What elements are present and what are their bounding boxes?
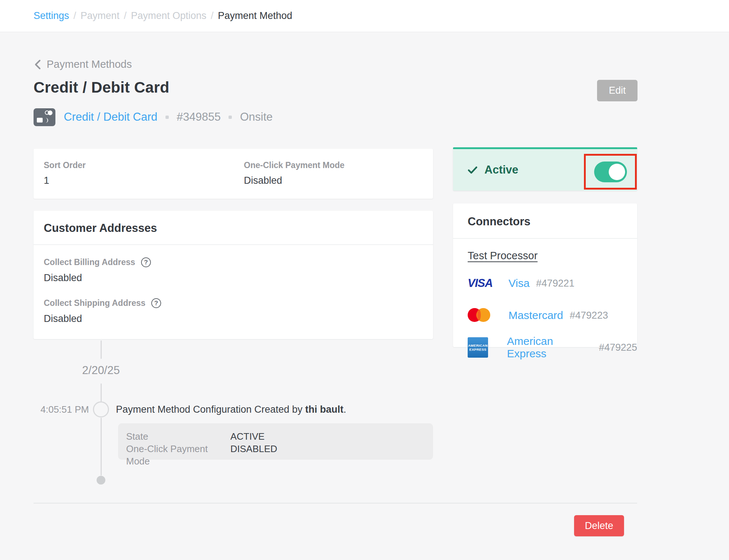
breadcrumb-separator: / — [74, 10, 77, 22]
connector-link-visa[interactable]: Visa — [508, 277, 530, 289]
event-state-value: ACTIVE — [230, 430, 265, 443]
side-column: Active Connectors Test Processor VISA Vi… — [453, 147, 637, 347]
annotation-highlight — [584, 154, 637, 190]
timeline-line — [101, 418, 102, 475]
method-id: #349855 — [177, 110, 221, 124]
connector-id-visa: #479221 — [536, 278, 574, 289]
connector-id-mastercard: #479223 — [570, 310, 608, 321]
connector-link-mastercard[interactable]: Mastercard — [508, 309, 563, 322]
details-card: Sort Order 1 One-Click Payment Mode Disa… — [34, 149, 433, 199]
status-panel: Active — [453, 147, 637, 191]
status-label: Active — [484, 163, 518, 176]
breadcrumb-separator: / — [211, 10, 214, 22]
connector-id-amex: #479225 — [599, 342, 637, 353]
customer-addresses-card: Customer Addresses Collect Billing Addre… — [34, 211, 433, 339]
connectors-title: Connectors — [468, 215, 637, 228]
bullet-separator — [229, 116, 232, 119]
credit-card-icon — [34, 108, 55, 126]
delete-button[interactable]: Delete — [574, 515, 624, 536]
timeline-date: 2/20/25 — [57, 364, 145, 377]
collect-shipping-label: Collect Shipping Address — [44, 298, 145, 308]
event-one-click-label: One-Click Payment Mode — [126, 443, 230, 467]
back-to-payment-methods-link[interactable]: Payment Methods — [34, 58, 132, 70]
connector-row-mastercard: Mastercard #479223 — [468, 305, 637, 326]
method-type-link[interactable]: Credit / Debit Card — [64, 110, 157, 124]
visa-logo: VISA — [468, 277, 492, 290]
collect-billing-value: Disabled — [44, 272, 423, 284]
one-click-mode-label: One-Click Payment Mode — [244, 160, 423, 170]
chevron-left-icon — [34, 59, 42, 70]
breadcrumb-settings[interactable]: Settings — [34, 10, 69, 22]
amex-logo: AMERICAN EXPRESS — [468, 337, 488, 358]
method-channel: Onsite — [240, 110, 273, 124]
breadcrumb-payment-method: Payment Method — [218, 10, 292, 22]
check-icon — [468, 165, 477, 175]
page-title: Credit / Debit Card — [34, 79, 169, 96]
timeline-event-time: 4:05:51 PM — [34, 404, 89, 415]
connector-row-visa: VISA Visa #479221 — [468, 273, 637, 294]
processor-link[interactable]: Test Processor — [468, 250, 538, 261]
help-icon[interactable]: ? — [141, 257, 151, 267]
active-toggle[interactable] — [594, 162, 627, 182]
connector-link-amex[interactable]: American Express — [507, 335, 592, 360]
activity-timeline: 2/20/25 4:05:51 PM Payment Method Config… — [34, 339, 433, 486]
edit-button[interactable]: Edit — [597, 80, 638, 101]
mastercard-logo — [468, 308, 490, 323]
amex-logo-text: AMERICAN — [468, 343, 488, 347]
amex-logo-text: EXPRESS — [469, 347, 487, 351]
sort-order-label: Sort Order — [44, 160, 244, 170]
one-click-mode-value: Disabled — [244, 175, 423, 186]
toggle-knob — [609, 164, 625, 180]
method-summary-row: Credit / Debit Card #349855 Onsite — [34, 108, 273, 126]
timeline-event-details: State ACTIVE One-Click Payment Mode DISA… — [118, 423, 433, 460]
timeline-event-node — [93, 401, 109, 417]
customer-addresses-title: Customer Addresses — [44, 222, 423, 235]
main-column: Sort Order 1 One-Click Payment Mode Disa… — [34, 149, 433, 486]
breadcrumb-payment-options: Payment Options — [131, 10, 206, 22]
timeline-line — [101, 384, 102, 401]
breadcrumb-separator: / — [124, 10, 127, 22]
bullet-separator — [165, 116, 169, 119]
event-text-suffix: . — [343, 404, 346, 415]
timeline-event-text: Payment Method Configuration Created by … — [116, 404, 346, 415]
back-link-label: Payment Methods — [47, 58, 132, 70]
shipping-address-field: Collect Shipping Address ? Disabled — [44, 298, 423, 324]
event-one-click-value: DISABLED — [230, 443, 277, 467]
breadcrumb-payment: Payment — [81, 10, 120, 22]
footer-divider — [34, 503, 637, 503]
connector-row-amex: AMERICAN EXPRESS American Express #47922… — [468, 337, 637, 358]
connectors-card: Connectors Test Processor VISA Visa #479… — [453, 203, 637, 347]
collect-billing-label: Collect Billing Address — [44, 257, 135, 267]
event-text-prefix: Payment Method Configuration Created by — [116, 404, 305, 415]
timeline-end-dot — [97, 476, 105, 485]
billing-address-field: Collect Billing Address ? Disabled — [44, 257, 423, 284]
event-state-label: State — [126, 430, 230, 443]
help-icon[interactable]: ? — [151, 298, 161, 308]
timeline-line — [101, 341, 102, 359]
event-actor: thi bault — [305, 404, 343, 415]
breadcrumb: Settings / Payment / Payment Options / P… — [0, 0, 729, 32]
collect-shipping-value: Disabled — [44, 313, 423, 324]
sort-order-value: 1 — [44, 175, 244, 186]
